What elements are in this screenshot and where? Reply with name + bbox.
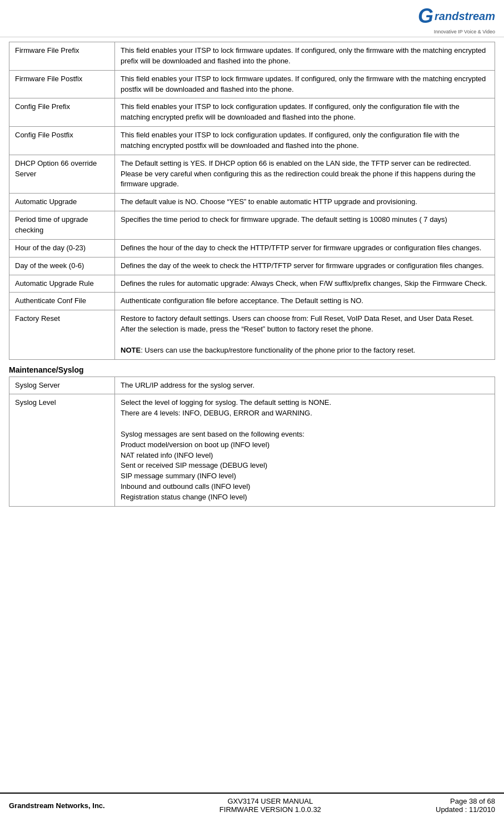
row-description: Defines the hour of the day to check the…	[115, 239, 495, 257]
table-row: DHCP Option 66 override Server The Defau…	[9, 155, 495, 194]
syslog-line-3: Syslog messages are sent based on the fo…	[121, 430, 305, 438]
row-label: Syslog Server	[9, 377, 115, 394]
row-label: Config File Prefix	[9, 98, 115, 127]
table-row-syslog-server: Syslog Server The URL/IP address for the…	[9, 377, 495, 394]
row-label: DHCP Option 66 override Server	[9, 155, 115, 194]
row-label: Syslog Level	[9, 394, 115, 506]
row-description: The URL/IP address for the syslog server…	[115, 377, 495, 394]
main-content: Firmware File Prefix This field enables …	[0, 37, 504, 793]
footer-firmware: FIRMWARE VERSION 1.0.0.32	[219, 805, 321, 814]
logo-brand-name: randstream	[435, 10, 495, 23]
logo-tagline: Innovative IP Voice & Video	[434, 29, 495, 34]
table-row: Config File Prefix This field enables yo…	[9, 98, 495, 127]
table-row: Automatic Upgrade The default value is N…	[9, 194, 495, 211]
syslog-line-1: There are 4 levels: INFO, DEBUG, ERROR a…	[121, 409, 312, 417]
page-footer: Grandstream Networks, Inc. GXV3174 USER …	[0, 793, 504, 817]
row-description-factory-reset: Restore to factory default settings. Use…	[115, 310, 495, 359]
main-table: Firmware File Prefix This field enables …	[9, 42, 495, 360]
table-row: Firmware File Postfix This field enables…	[9, 70, 495, 98]
syslog-line-7: SIP message summary (INFO level)	[121, 472, 236, 480]
row-label: Config File Postfix	[9, 127, 115, 155]
footer-manual-info: GXV3174 USER MANUAL FIRMWARE VERSION 1.0…	[219, 797, 321, 814]
row-label: Hour of the day (0-23)	[9, 239, 115, 257]
table-row: Firmware File Prefix This field enables …	[9, 42, 495, 71]
table-row: Period time of upgrade checking Specifie…	[9, 211, 495, 240]
table-row: Automatic Upgrade Rule Defines the rules…	[9, 275, 495, 293]
logo-area: G randstream Innovative IP Voice & Video	[418, 4, 495, 34]
page-header: G randstream Innovative IP Voice & Video	[0, 0, 504, 37]
row-label: Automatic Upgrade Rule	[9, 275, 115, 293]
row-label: Firmware File Postfix	[9, 70, 115, 98]
logo-g-letter: G	[418, 4, 433, 28]
footer-updated: Updated : 11/2010	[436, 805, 495, 814]
table-row-factory-reset: Factory Reset Restore to factory default…	[9, 310, 495, 359]
page-wrapper: G randstream Innovative IP Voice & Video…	[0, 0, 504, 817]
row-label: Authenticate Conf File	[9, 293, 115, 310]
footer-manual: GXV3174 USER MANUAL	[219, 797, 321, 805]
row-description: The Default setting is YES. If DHCP opti…	[115, 155, 495, 194]
footer-page-info: Page 38 of 68 Updated : 11/2010	[436, 797, 495, 814]
row-label: Automatic Upgrade	[9, 194, 115, 211]
table-row: Hour of the day (0-23) Defines the hour …	[9, 239, 495, 257]
row-description: This field enables your ITSP to lock fir…	[115, 42, 495, 71]
maintenance-section-header: Maintenance/Syslog	[9, 360, 495, 377]
table-row: Config File Postfix This field enables y…	[9, 127, 495, 155]
footer-page: Page 38 of 68	[436, 797, 495, 805]
footer-company: Grandstream Networks, Inc.	[9, 801, 105, 810]
table-row-syslog-level: Syslog Level Select the level of logging…	[9, 394, 495, 506]
row-description: The default value is NO. Choose “YES” to…	[115, 194, 495, 211]
row-description: This field enables your ITSP to lock con…	[115, 127, 495, 155]
row-label: Day of the week (0-6)	[9, 257, 115, 275]
syslog-line-5: NAT related info (INFO level)	[121, 451, 213, 459]
syslog-line-0: Select the level of logging for syslog. …	[121, 398, 331, 407]
note-text: : Users can use the backup/restore funct…	[141, 346, 415, 354]
row-description: This field enables your ITSP to lock con…	[115, 98, 495, 127]
row-description: Defines the rules for automatic upgrade:…	[115, 275, 495, 293]
row-label: Factory Reset	[9, 310, 115, 359]
maintenance-table: Syslog Server The URL/IP address for the…	[9, 377, 495, 507]
syslog-line-4: Product model/version on boot up (INFO l…	[121, 440, 270, 449]
row-description: Defines the day of the week to check the…	[115, 257, 495, 275]
note-label: NOTE	[121, 346, 141, 354]
row-description: This field enables your ITSP to lock fir…	[115, 70, 495, 98]
logo-combined: G randstream	[418, 4, 495, 28]
syslog-line-9: Registration status change (INFO level)	[121, 493, 247, 501]
table-row-authenticate-conf: Authenticate Conf File Authenticate conf…	[9, 293, 495, 310]
row-description-syslog-level: Select the level of logging for syslog. …	[115, 394, 495, 506]
row-description: Authenticate configuration file before a…	[115, 293, 495, 310]
table-row: Day of the week (0-6) Defines the day of…	[9, 257, 495, 275]
row-label: Period time of upgrade checking	[9, 211, 115, 240]
row-description: Specifies the time period to check for f…	[115, 211, 495, 240]
factory-reset-main-text: Restore to factory default settings. Use…	[121, 314, 474, 333]
syslog-line-8: Inbound and outbound calls (INFO level)	[121, 482, 250, 491]
logo-right: randstream	[435, 10, 495, 23]
syslog-line-6: Sent or received SIP message (DEBUG leve…	[121, 461, 267, 469]
row-label: Firmware File Prefix	[9, 42, 115, 71]
